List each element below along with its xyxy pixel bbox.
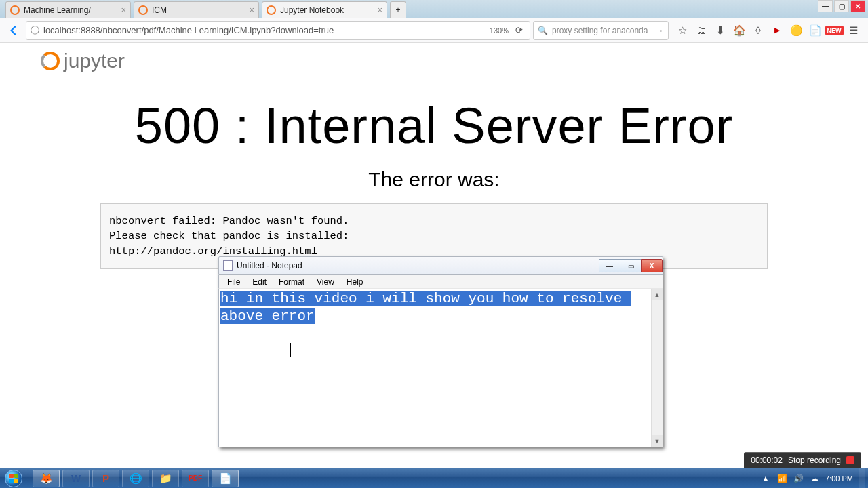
url-bar[interactable]: ⓘ localhost:8888/nbconvert/pdf/Machine L… — [26, 21, 530, 40]
notepad-menubar: File Edit Format View Help — [218, 275, 663, 289]
pdf-icon: PDF — [189, 474, 202, 482]
stop-record-icon[interactable] — [846, 456, 854, 464]
vertical-scrollbar[interactable]: ▲ ▼ — [651, 289, 663, 447]
selected-text: hi in this video i will show you how to … — [220, 291, 631, 324]
extension-icon[interactable]: 🟡 — [789, 24, 803, 37]
library-icon[interactable]: 🗂 — [694, 24, 708, 37]
reload-icon[interactable]: ⟳ — [513, 25, 526, 35]
menu-view[interactable]: View — [311, 277, 340, 287]
taskbar-powerpoint[interactable]: P — [92, 470, 119, 487]
download-icon[interactable]: ⬇ — [713, 24, 727, 37]
close-button[interactable]: X — [641, 259, 663, 272]
toolbar-icons: ☆ 🗂 ⬇ 🏠 ◊ ▶ 🟡 📄 NEW ☰ — [671, 24, 864, 37]
recorder-label: Stop recording — [788, 455, 841, 465]
taskbar-explorer[interactable]: 📁 — [152, 470, 179, 487]
notepad-icon: 📄 — [219, 472, 232, 485]
bookmark-icon[interactable]: ☆ — [675, 24, 689, 37]
network-icon[interactable]: 📶 — [776, 473, 787, 484]
powerpoint-icon: P — [102, 472, 109, 484]
error-heading: 500 : Internal Server Error — [41, 97, 827, 155]
menu-format[interactable]: Format — [273, 277, 310, 287]
start-button[interactable] — [0, 468, 27, 489]
menu-help[interactable]: Help — [341, 277, 369, 287]
extension-icon-2[interactable]: 📄 — [808, 24, 822, 37]
notepad-titlebar[interactable]: Untitled - Notepad — ▭ X — [218, 256, 663, 275]
notepad-icon — [223, 260, 233, 271]
taskbar-app[interactable]: 🌐 — [122, 470, 149, 487]
screen-recorder-widget[interactable]: 00:00:02 Stop recording — [744, 452, 861, 468]
page-content: jupyter 500 : Internal Server Error The … — [0, 43, 868, 269]
jupyter-favicon — [10, 5, 20, 15]
taskbar: 🦊 W P 🌐 📁 PDF 📄 ▲ 📶 🔊 ☁ 7:00 PM — [0, 468, 868, 488]
notepad-body: hi in this video i will show you how to … — [218, 289, 663, 447]
jupyter-swirl-icon — [41, 52, 60, 70]
volume-icon[interactable]: 🔊 — [793, 473, 804, 484]
browser-navbar: ⓘ localhost:8888/nbconvert/pdf/Machine L… — [0, 18, 868, 43]
new-extension-icon[interactable]: NEW — [827, 24, 841, 37]
firefox-icon: 🦊 — [40, 472, 53, 485]
dropdown-icon[interactable]: → — [656, 26, 664, 35]
back-button[interactable] — [4, 21, 23, 40]
tab-jupyter-notebook[interactable]: Jupyter Notebook × — [262, 1, 387, 18]
text-cursor — [290, 343, 291, 357]
jupyter-favicon — [267, 5, 276, 15]
windows-logo-icon — [5, 470, 22, 487]
tab-icm[interactable]: ICM × — [134, 1, 259, 18]
pocket-icon[interactable]: ◊ — [751, 24, 765, 37]
tab-label: ICM — [152, 5, 167, 15]
maximize-button[interactable]: ▭ — [620, 259, 642, 272]
minimize-button[interactable]: — — [818, 0, 833, 12]
menu-file[interactable]: File — [222, 277, 245, 287]
taskbar-word[interactable]: W — [62, 470, 90, 487]
zoom-indicator[interactable]: 130% — [486, 26, 513, 35]
search-bar[interactable]: 🔍 proxy setting for anaconda → — [533, 21, 669, 40]
word-icon: W — [71, 472, 81, 484]
menu-edit[interactable]: Edit — [247, 277, 272, 287]
scroll-up-icon[interactable]: ▲ — [652, 289, 663, 300]
new-tab-button[interactable]: + — [390, 1, 406, 18]
folder-icon: 📁 — [159, 472, 172, 485]
jupyter-favicon — [138, 5, 148, 15]
system-tray: ▲ 📶 🔊 ☁ 7:00 PM — [760, 468, 868, 489]
browser-tabstrip: Machine Learning/ × ICM × Jupyter Notebo… — [0, 0, 868, 18]
jupyter-logo: jupyter — [41, 49, 827, 73]
url-text: localhost:8888/nbconvert/pdf/Machine Lea… — [43, 25, 334, 35]
recorder-time: 00:00:02 — [751, 455, 783, 465]
youtube-icon[interactable]: ▶ — [770, 24, 784, 37]
notepad-title: Untitled - Notepad — [237, 261, 302, 270]
home-icon[interactable]: 🏠 — [732, 24, 746, 37]
clock[interactable]: 7:00 PM — [825, 474, 853, 483]
action-center-icon[interactable]: ☁ — [809, 473, 820, 484]
taskbar-pdf[interactable]: PDF — [182, 470, 209, 487]
search-text: proxy setting for anaconda — [552, 26, 656, 35]
notepad-window[interactable]: Untitled - Notepad — ▭ X File Edit Forma… — [218, 256, 663, 447]
info-icon[interactable]: ⓘ — [31, 24, 39, 37]
menu-icon[interactable]: ☰ — [846, 24, 860, 37]
maximize-button[interactable]: ▢ — [834, 0, 849, 12]
notepad-text-area[interactable]: hi in this video i will show you how to … — [219, 289, 651, 447]
tab-label: Jupyter Notebook — [280, 5, 344, 15]
close-button[interactable]: ✕ — [850, 0, 865, 12]
globe-icon: 🌐 — [130, 472, 142, 485]
close-icon[interactable]: × — [121, 5, 126, 15]
tray-expand-icon[interactable]: ▲ — [760, 473, 771, 484]
jupyter-logo-text: jupyter — [64, 49, 125, 73]
show-desktop-button[interactable] — [859, 468, 865, 489]
tab-label: Machine Learning/ — [24, 5, 91, 15]
taskbar-firefox[interactable]: 🦊 — [33, 470, 60, 487]
minimize-button[interactable]: — — [599, 259, 620, 272]
taskbar-notepad[interactable]: 📄 — [212, 470, 239, 487]
scroll-down-icon[interactable]: ▼ — [652, 435, 663, 447]
search-icon: 🔍 — [538, 26, 548, 35]
tab-machine-learning[interactable]: Machine Learning/ × — [5, 1, 131, 18]
notepad-window-controls: — ▭ X — [599, 259, 663, 272]
error-subheading: The error was: — [41, 168, 827, 191]
close-icon[interactable]: × — [249, 5, 254, 15]
window-controls: — ▢ ✕ — [816, 0, 865, 12]
close-icon[interactable]: × — [377, 5, 382, 15]
